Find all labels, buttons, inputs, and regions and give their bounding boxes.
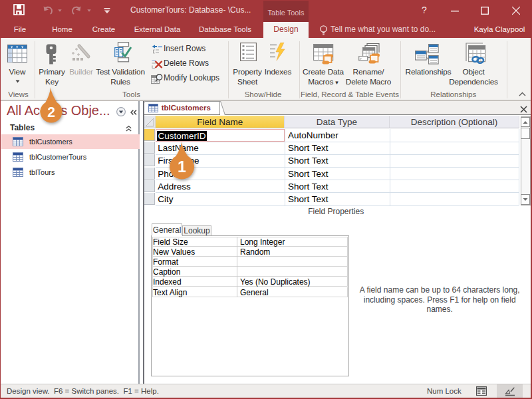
svg-text:2: 2 — [47, 104, 55, 120]
svg-text:1: 1 — [178, 158, 186, 176]
